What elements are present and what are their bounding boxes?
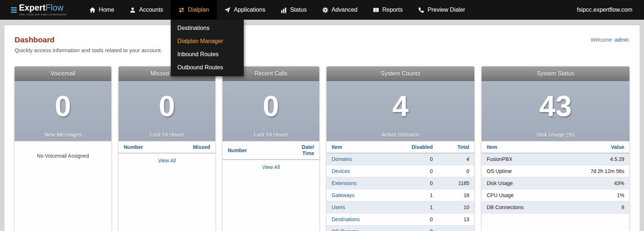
missed-calls-count: 0	[159, 81, 175, 131]
menu-item-outbound-routes[interactable]: Outbound Routes	[171, 61, 244, 74]
disk-usage-count: 43	[539, 81, 572, 131]
logo-text: ExpertFlow	[19, 4, 67, 12]
nav-item-advanced[interactable]: Advanced	[315, 0, 365, 20]
system-status-panel: System Status 43 Disk Usage (%) Item Val…	[482, 66, 629, 231]
dashboard-panels: Voicemail 0 New Messages No Voicemail As…	[15, 66, 629, 231]
top-navbar: ExpertFlow chat, voice and video contact…	[0, 0, 644, 20]
table-row: Destinations 0 13	[327, 213, 474, 226]
dashboard-page: Dashboard Quickly access information and…	[4, 25, 640, 231]
nav-label: Advanced	[332, 7, 358, 13]
system-counts-table: Item Disabled Total Domains 0 4 Devices …	[327, 141, 474, 231]
nav-label: Reports	[382, 7, 403, 13]
voicemail-count: 0	[55, 81, 71, 131]
table-row: OS Uptime 7d 2h 12m 56s	[482, 165, 629, 177]
admin-user-link[interactable]: admin	[615, 37, 629, 43]
devices-link[interactable]: Devices	[332, 168, 350, 174]
nav-item-dialplan[interactable]: Dialplan Destinations Dialplan Manager I…	[171, 0, 217, 20]
table-row: DB Connections 8	[482, 201, 629, 213]
user-icon	[130, 7, 136, 13]
table-row: Extensions 0 1185	[327, 177, 474, 189]
panel-title: System Status	[482, 66, 629, 81]
table-row: FusionPBX 4.5.29	[482, 153, 629, 165]
table-row: Domains 0 4	[327, 153, 474, 165]
recent-calls-view-all-link[interactable]: View All	[262, 164, 280, 170]
nav-item-accounts[interactable]: Accounts	[122, 0, 171, 20]
cc-queues-link[interactable]: CC Queues	[332, 228, 358, 231]
nav-item-home[interactable]: Home	[82, 0, 122, 20]
nav-label: Dialplan	[188, 7, 209, 13]
nav-label: Accounts	[139, 7, 163, 13]
missed-calls-table: Number Missed	[119, 141, 215, 153]
recent-calls-panel: Recent Calls 0 Last 24 Hours Number Date…	[223, 66, 319, 231]
menu-item-inbound-routes[interactable]: Inbound Routes	[171, 48, 244, 61]
extensions-link[interactable]: Extensions	[332, 180, 356, 186]
recent-calls-count: 0	[263, 81, 279, 131]
system-status-table: Item Value FusionPBX 4.5.29 OS Uptime 7d…	[482, 141, 629, 213]
page-subtitle: Quickly access information and tools rel…	[15, 47, 629, 53]
nav-item-applications[interactable]: Applications	[217, 0, 273, 20]
voicemail-panel: Voicemail 0 New Messages No Voicemail As…	[15, 66, 111, 231]
menu-item-dialplan-manager[interactable]: Dialplan Manager	[171, 35, 244, 48]
logo-tagline: chat, voice and video contactcenter	[19, 13, 67, 16]
nav-item-reports[interactable]: Reports	[365, 0, 410, 20]
gear-icon	[322, 7, 328, 13]
page-title: Dashboard	[15, 35, 629, 44]
logo-bars-icon	[11, 7, 17, 13]
panel-title: System Counts	[327, 66, 474, 81]
destinations-link[interactable]: Destinations	[332, 216, 360, 222]
expertflow-logo[interactable]: ExpertFlow chat, voice and video contact…	[0, 0, 77, 20]
nav-label: Applications	[234, 7, 265, 13]
main-nav: Home Accounts Dialplan Destinations Dial…	[82, 0, 473, 20]
dialplan-dropdown-menu: Destinations Dialplan Manager Inbound Ro…	[171, 20, 244, 76]
book-icon	[373, 7, 379, 13]
home-icon	[89, 7, 96, 13]
table-row: Devices 0 0	[327, 165, 474, 177]
bar-chart-icon	[281, 7, 287, 13]
nav-label: Preview Dialer	[428, 7, 465, 13]
gateways-link[interactable]: Gateways	[332, 192, 354, 198]
table-row: CC Queues 0	[327, 226, 474, 231]
menu-item-destinations[interactable]: Destinations	[171, 22, 244, 35]
active-domains-count: 4	[392, 81, 409, 131]
domains-link[interactable]: Domains	[332, 156, 352, 162]
voicemail-empty-text: No Voicemail Assigned	[15, 141, 111, 159]
paper-plane-icon	[224, 7, 231, 13]
nav-item-preview-dialer[interactable]: Preview Dialer	[410, 0, 473, 20]
table-row: Disk Usage 43%	[482, 177, 629, 189]
table-row: Gateways 1 18	[327, 189, 474, 201]
nav-item-status[interactable]: Status	[273, 0, 314, 20]
transfer-arrows-icon	[178, 7, 185, 13]
welcome-text: Welcome: admin	[591, 37, 629, 43]
nav-label: Status	[290, 7, 306, 13]
server-domain: fsipcc.expertflow.com	[577, 0, 644, 20]
system-counts-panel: System Counts 4 Active Domains Item Disa…	[327, 66, 474, 231]
users-link[interactable]: Users	[332, 204, 345, 210]
table-row: CPU Usage 1%	[482, 189, 629, 201]
nav-label: Home	[99, 7, 115, 13]
panel-title: Voicemail	[15, 66, 111, 81]
missed-calls-panel: Missed Calls 0 Last 24 Hours Number Miss…	[119, 66, 215, 231]
phone-icon	[418, 7, 424, 13]
table-row: Users 1 10	[327, 201, 474, 213]
missed-calls-view-all-link[interactable]: View All	[158, 158, 176, 163]
recent-calls-table: Number Date/Time	[223, 141, 319, 160]
